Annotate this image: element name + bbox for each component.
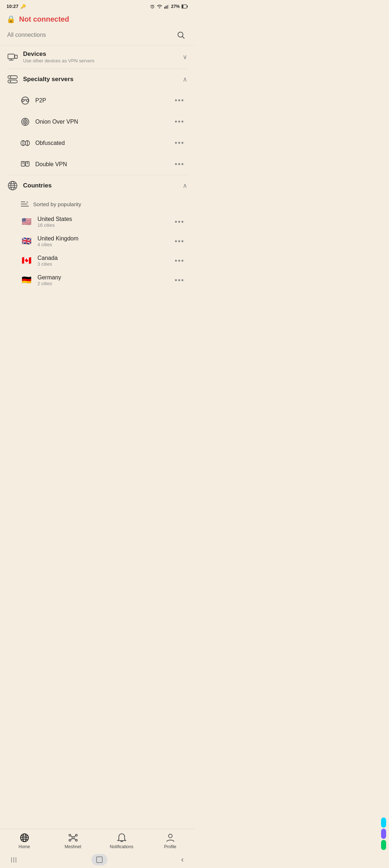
country-ca[interactable]: 🇨🇦 Canada 3 cities •••: [0, 251, 194, 270]
alarm-icon: [150, 4, 155, 9]
obfuscated-icon: [20, 138, 30, 148]
obfuscated-item[interactable]: Obfuscated •••: [0, 132, 194, 154]
us-more-button[interactable]: •••: [172, 216, 187, 227]
svg-line-9: [183, 37, 185, 39]
countries-chevron: ∧: [183, 182, 187, 190]
sort-row: A Sorted by popularity: [0, 196, 194, 212]
svg-point-19: [22, 99, 24, 102]
connection-header: 🔒 Not connected: [0, 11, 194, 26]
us-name: United States: [37, 216, 72, 222]
status-bar: 10:27 🔑 27%: [0, 0, 194, 11]
country-us[interactable]: 🇺🇸 United States 16 cities •••: [0, 212, 194, 231]
svg-rect-10: [8, 54, 14, 59]
key-icon: 🔑: [21, 4, 26, 9]
devices-icon: [7, 52, 18, 62]
ca-flag: 🇨🇦: [20, 254, 32, 267]
devices-chevron: ∨: [183, 53, 187, 61]
onion-label: Onion Over VPN: [35, 119, 78, 125]
onion-item[interactable]: Onion Over VPN •••: [0, 111, 194, 132]
obfuscated-label: Obfuscated: [35, 140, 65, 146]
svg-rect-2: [165, 6, 166, 9]
devices-section[interactable]: Devices Use other devices as VPN servers…: [0, 45, 194, 68]
onion-more-button[interactable]: •••: [172, 116, 187, 127]
de-more-button[interactable]: •••: [172, 275, 187, 286]
svg-point-23: [24, 121, 26, 123]
onion-icon: [20, 117, 30, 127]
devices-title: Devices: [23, 50, 94, 58]
us-cities: 16 cities: [37, 222, 72, 228]
svg-point-16: [10, 76, 11, 78]
svg-rect-15: [8, 80, 17, 83]
sort-label: Sorted by popularity: [33, 201, 81, 207]
ca-more-button[interactable]: •••: [172, 255, 187, 266]
svg-point-8: [178, 32, 183, 37]
countries-globe-icon: [7, 180, 18, 191]
doublevpn-label: Double VPN: [35, 161, 67, 168]
svg-rect-14: [8, 76, 17, 79]
countries-title: Countries: [23, 182, 52, 189]
uk-flag: 🇬🇧: [20, 235, 32, 247]
us-flag: 🇺🇸: [20, 216, 32, 228]
search-button[interactable]: [174, 28, 187, 41]
de-flag: 🇩🇪: [20, 274, 32, 286]
wifi-icon: [157, 4, 162, 9]
svg-point-22: [23, 120, 27, 124]
countries-section[interactable]: Countries ∧: [0, 175, 194, 196]
p2p-more-button[interactable]: •••: [172, 95, 187, 106]
status-right: 27%: [150, 4, 188, 9]
svg-rect-6: [187, 5, 188, 7]
p2p-icon: [20, 96, 30, 106]
obfuscated-more-button[interactable]: •••: [172, 137, 187, 149]
svg-rect-7: [182, 5, 183, 8]
country-de[interactable]: 🇩🇪 Germany 2 cities •••: [0, 270, 194, 290]
all-connections-label: All connections: [7, 32, 46, 38]
p2p-item[interactable]: P2P •••: [0, 90, 194, 111]
svg-rect-1: [164, 6, 165, 9]
search-icon: [176, 31, 185, 39]
doublevpn-more-button[interactable]: •••: [172, 159, 187, 170]
signal-icon: [164, 4, 169, 9]
search-row: All connections: [0, 26, 194, 45]
devices-subtitle: Use other devices as VPN servers: [23, 58, 94, 63]
uk-more-button[interactable]: •••: [172, 236, 187, 247]
svg-text:A: A: [26, 200, 28, 204]
svg-point-17: [10, 81, 11, 82]
status-time: 10:27: [6, 4, 18, 9]
specialty-chevron: ∧: [183, 75, 187, 83]
lock-icon: 🔒: [6, 15, 15, 23]
ca-name: Canada: [37, 255, 58, 261]
de-cities: 2 cities: [37, 281, 61, 286]
uk-name: United Kingdom: [37, 235, 79, 242]
svg-rect-11: [15, 55, 17, 58]
de-name: Germany: [37, 274, 61, 281]
svg-rect-3: [167, 5, 167, 9]
country-uk[interactable]: 🇬🇧 United Kingdom 4 cities •••: [0, 231, 194, 251]
uk-cities: 4 cities: [37, 242, 79, 247]
doublevpn-item[interactable]: Double VPN •••: [0, 154, 194, 175]
connection-status: Not connected: [19, 15, 69, 23]
svg-point-18: [22, 97, 29, 104]
sort-icon: A: [20, 200, 30, 208]
ca-cities: 3 cities: [37, 261, 58, 267]
battery-text: 27%: [171, 4, 180, 9]
specialty-icon: [7, 74, 18, 85]
doublevpn-icon: [20, 159, 30, 169]
battery-icon: [182, 4, 188, 9]
specialty-title: Specialty servers: [23, 76, 73, 83]
p2p-label: P2P: [35, 97, 46, 104]
svg-rect-4: [168, 4, 169, 9]
svg-point-20: [26, 99, 28, 102]
specialty-section[interactable]: Specialty servers ∧: [0, 69, 194, 90]
